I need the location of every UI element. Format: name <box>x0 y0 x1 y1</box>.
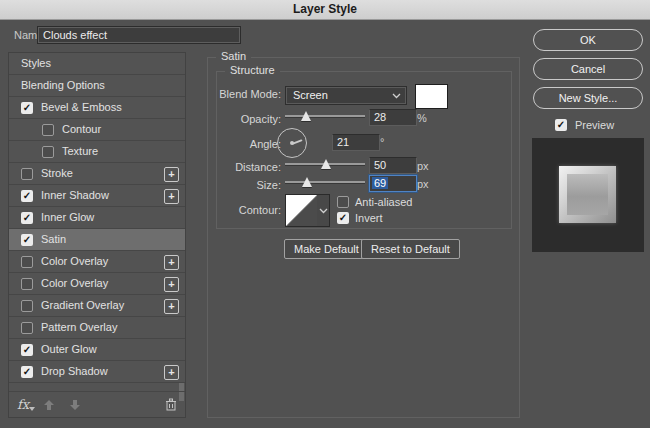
size-slider[interactable] <box>285 176 365 188</box>
sidebar-item-label: Pattern Overlay <box>41 317 117 338</box>
sidebar-item-styles[interactable]: Styles <box>9 53 185 75</box>
sidebar-item-blending-options[interactable]: Blending Options <box>9 75 185 97</box>
preview-bevel-face <box>567 174 608 215</box>
name-input[interactable]: Clouds effect <box>37 26 241 44</box>
effects-sidebar: StylesBlending OptionsBevel & EmbossCont… <box>8 52 186 418</box>
contour-dropdown-button[interactable] <box>317 194 330 227</box>
sidebar-item-color-overlay[interactable]: Color Overlay+ <box>9 273 185 295</box>
sidebar-item-satin[interactable]: Satin <box>9 229 185 251</box>
slider-track <box>285 181 365 184</box>
sidebar-item-label: Outer Glow <box>41 339 97 360</box>
reset-to-default-button[interactable]: Reset to Default <box>361 239 460 259</box>
add-effect-button[interactable]: + <box>164 255 179 270</box>
fx-menu-icon[interactable]: fx <box>17 397 29 412</box>
chevron-down-icon <box>392 93 401 99</box>
size-input[interactable]: 69 <box>369 175 417 192</box>
structure-group: Structure Blend Mode: Screen Opacity: 28… <box>216 71 512 229</box>
preview-checkbox[interactable] <box>555 119 567 131</box>
anti-aliased-checkbox[interactable] <box>337 196 349 208</box>
sidebar-item-drop-shadow[interactable]: Drop Shadow+ <box>9 361 185 383</box>
add-effect-button[interactable]: + <box>164 277 179 292</box>
effect-checkbox[interactable] <box>21 366 33 378</box>
effect-checkbox[interactable] <box>21 256 33 268</box>
blend-mode-label: Blend Mode: <box>219 88 281 100</box>
effect-checkbox[interactable] <box>21 102 33 114</box>
blend-mode-select[interactable]: Screen <box>285 86 407 105</box>
structure-title: Structure <box>225 64 280 76</box>
sidebar-item-stroke[interactable]: Stroke+ <box>9 163 185 185</box>
invert-checkbox[interactable] <box>337 212 349 224</box>
effect-checkbox[interactable] <box>42 124 54 136</box>
distance-input[interactable]: 50 <box>369 157 417 174</box>
sidebar-list: StylesBlending OptionsBevel & EmbossCont… <box>9 53 185 383</box>
effect-checkbox[interactable] <box>21 212 33 224</box>
anti-aliased-label: Anti-aliased <box>355 196 412 208</box>
angle-label: Angle: <box>219 138 281 150</box>
opacity-slider[interactable] <box>285 110 365 122</box>
slider-thumb[interactable] <box>302 177 312 187</box>
sidebar-item-contour[interactable]: Contour <box>9 119 185 141</box>
sidebar-item-inner-shadow[interactable]: Inner Shadow+ <box>9 185 185 207</box>
new-style-button[interactable]: New Style... <box>533 87 643 109</box>
trash-icon[interactable] <box>165 398 177 411</box>
angle-center-dot <box>290 141 294 145</box>
sidebar-item-pattern-overlay[interactable]: Pattern Overlay <box>9 317 185 339</box>
sidebar-item-label: Satin <box>41 229 66 250</box>
effect-checkbox[interactable] <box>21 234 33 246</box>
distance-slider[interactable] <box>285 158 365 170</box>
contour-picker[interactable] <box>285 194 318 227</box>
effect-checkbox[interactable] <box>42 146 54 158</box>
sidebar-item-label: Bevel & Emboss <box>41 97 122 118</box>
effect-checkbox[interactable] <box>21 322 33 334</box>
panel-title: Satin <box>216 50 251 62</box>
sidebar-item-outer-glow[interactable]: Outer Glow <box>9 339 185 361</box>
effect-checkbox[interactable] <box>21 190 33 202</box>
cancel-button[interactable]: Cancel <box>533 58 643 80</box>
sidebar-item-label: Stroke <box>41 163 73 184</box>
add-effect-button[interactable]: + <box>164 365 179 380</box>
sidebar-item-inner-glow[interactable]: Inner Glow <box>9 207 185 229</box>
angle-dial[interactable] <box>277 128 307 158</box>
sidebar-item-label: Drop Shadow <box>41 361 108 382</box>
sidebar-item-label: Contour <box>62 119 101 140</box>
distance-unit: px <box>417 160 429 172</box>
contour-label: Contour: <box>219 204 281 216</box>
blend-mode-value: Screen <box>293 89 328 101</box>
sidebar-item-label: Gradient Overlay <box>41 295 124 316</box>
sidebar-footer: fx <box>9 391 185 417</box>
effect-checkbox[interactable] <box>21 300 33 312</box>
add-effect-button[interactable]: + <box>164 299 179 314</box>
distance-label: Distance: <box>219 161 281 173</box>
preview-bevel-square <box>559 166 616 223</box>
effect-checkbox[interactable] <box>21 278 33 290</box>
sidebar-item-label: Color Overlay <box>41 251 108 272</box>
sidebar-item-gradient-overlay[interactable]: Gradient Overlay+ <box>9 295 185 317</box>
preview-label: Preview <box>575 119 614 131</box>
sidebar-item-label: Inner Glow <box>41 207 94 228</box>
sidebar-item-label: Styles <box>21 53 51 74</box>
size-selected-text: 69 <box>372 177 388 189</box>
make-default-button[interactable]: Make Default <box>284 239 369 259</box>
effect-checkbox[interactable] <box>21 168 33 180</box>
slider-thumb[interactable] <box>321 159 331 169</box>
opacity-input[interactable]: 28 <box>369 109 417 126</box>
add-effect-button[interactable]: + <box>164 189 179 204</box>
size-unit: px <box>417 178 429 190</box>
sidebar-item-color-overlay[interactable]: Color Overlay+ <box>9 251 185 273</box>
slider-thumb[interactable] <box>301 111 311 121</box>
effect-checkbox[interactable] <box>21 344 33 356</box>
sidebar-item-bevel-emboss[interactable]: Bevel & Emboss <box>9 97 185 119</box>
add-effect-button[interactable]: + <box>164 167 179 182</box>
slider-track <box>285 115 365 118</box>
sidebar-item-label: Inner Shadow <box>41 185 109 206</box>
opacity-label: Opacity: <box>219 113 281 125</box>
satin-color-swatch[interactable] <box>415 84 448 109</box>
angle-unit: ° <box>380 136 384 148</box>
invert-label: Invert <box>355 212 383 224</box>
angle-input[interactable]: 21 <box>332 134 380 151</box>
ok-button[interactable]: OK <box>533 29 643 51</box>
sidebar-item-label: Color Overlay <box>41 273 108 294</box>
move-down-icon[interactable] <box>69 399 81 411</box>
sidebar-item-texture[interactable]: Texture <box>9 141 185 163</box>
move-up-icon[interactable] <box>43 399 55 411</box>
